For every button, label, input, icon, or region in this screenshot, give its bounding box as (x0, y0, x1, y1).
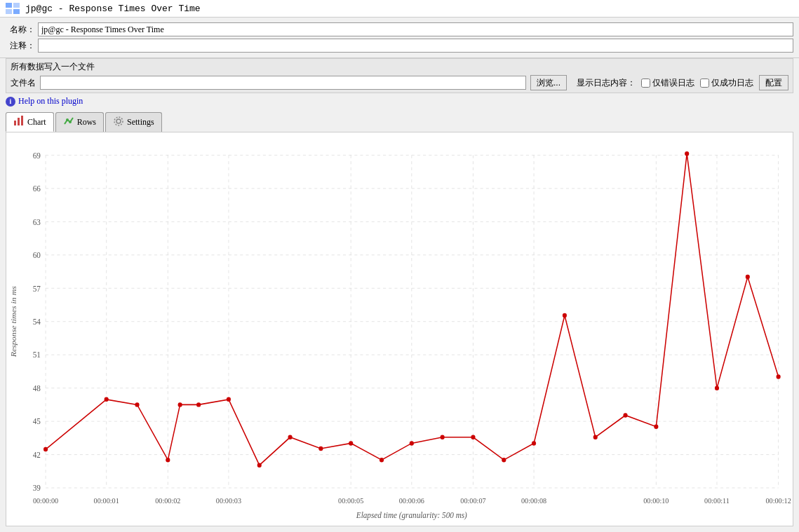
log-section: 显示日志内容： 仅错误日志 仅成功日志 配置 (577, 75, 788, 90)
svg-point-9 (116, 119, 121, 123)
svg-text:66: 66 (33, 184, 41, 193)
comment-input[interactable] (38, 39, 793, 53)
chart-svg: 39 42 45 48 51 54 57 60 63 66 69 00:00:0… (6, 132, 793, 526)
data-point (502, 458, 506, 462)
data-point (288, 435, 293, 439)
title-icon (6, 3, 20, 14)
data-point (105, 397, 109, 402)
chart-tab-label: Chart (27, 117, 46, 128)
data-point (532, 441, 536, 445)
config-button[interactable]: 配置 (759, 75, 788, 90)
data-point (135, 402, 139, 407)
svg-text:Response times in ms: Response times in ms (10, 286, 19, 358)
browse-button[interactable]: 浏览... (530, 75, 567, 90)
svg-text:63: 63 (33, 217, 41, 226)
error-log-checkbox[interactable] (641, 79, 650, 88)
data-point (685, 151, 689, 156)
svg-text:00:00:03: 00:00:03 (216, 496, 241, 504)
data-point (471, 435, 475, 439)
chart-area: jmeter-plugins.org HTTP请求 (6, 132, 793, 526)
data-point (623, 413, 627, 417)
data-point (43, 447, 48, 451)
svg-text:00:00:06: 00:00:06 (399, 496, 424, 504)
svg-text:00:00:12: 00:00:12 (766, 496, 791, 504)
svg-text:00:00:10: 00:00:10 (643, 496, 669, 504)
svg-rect-0 (6, 3, 12, 8)
svg-text:42: 42 (33, 451, 41, 459)
svg-text:54: 54 (33, 318, 41, 326)
data-point (196, 402, 201, 407)
log-display-label: 显示日志内容： (577, 77, 636, 89)
tab-settings[interactable]: Settings (105, 112, 162, 132)
error-log-label: 仅错误日志 (652, 77, 694, 89)
window-title: jp@gc - Response Times Over Time (25, 4, 201, 14)
data-point (746, 275, 750, 279)
help-icon: i (6, 97, 15, 107)
svg-rect-11 (6, 132, 793, 526)
data-point (349, 441, 353, 445)
svg-text:51: 51 (33, 350, 41, 359)
error-log-checkbox-group[interactable]: 仅错误日志 (641, 77, 694, 89)
success-log-checkbox[interactable] (700, 79, 709, 88)
data-point (654, 424, 658, 428)
data-point (441, 435, 445, 439)
settings-tab-label: Settings (127, 117, 154, 128)
file-section: 所有数据写入一个文件 文件名 浏览... 显示日志内容： 仅错误日志 仅成功日志… (6, 58, 793, 93)
svg-text:57: 57 (33, 284, 41, 292)
svg-text:00:00:01: 00:00:01 (94, 496, 119, 504)
svg-point-10 (114, 117, 123, 125)
svg-text:39: 39 (33, 484, 41, 492)
svg-text:60: 60 (33, 251, 41, 259)
svg-text:69: 69 (33, 151, 41, 159)
file-section-title: 所有数据写入一个文件 (11, 61, 788, 73)
name-label: 名称： (6, 24, 35, 36)
file-row: 文件名 浏览... 显示日志内容： 仅错误日志 仅成功日志 配置 (11, 75, 788, 90)
file-name-input[interactable] (40, 76, 526, 90)
title-bar: jp@gc - Response Times Over Time (0, 0, 799, 18)
data-point (777, 374, 781, 378)
svg-text:Elapsed time (granularity: 500: Elapsed time (granularity: 500 ms) (356, 511, 467, 520)
data-point (410, 441, 414, 445)
data-point (715, 386, 719, 390)
svg-text:00:00:11: 00:00:11 (704, 496, 730, 504)
data-point (257, 463, 262, 467)
data-point (380, 458, 384, 462)
tabs-bar: Chart Rows Settings (0, 109, 799, 132)
svg-text:00:00:00: 00:00:00 (33, 496, 58, 504)
data-point (166, 458, 170, 462)
data-point (563, 313, 567, 318)
svg-rect-1 (13, 3, 20, 8)
name-row: 名称： (6, 22, 793, 36)
rows-tab-icon (63, 116, 74, 130)
svg-rect-5 (18, 118, 20, 125)
data-point (593, 435, 598, 439)
svg-text:00:00:07: 00:00:07 (460, 496, 485, 504)
svg-point-8 (69, 121, 72, 123)
data-point (227, 397, 231, 402)
svg-text:48: 48 (33, 384, 41, 393)
svg-text:00:00:02: 00:00:02 (155, 496, 180, 504)
tab-chart[interactable]: Chart (6, 112, 54, 132)
settings-tab-icon (113, 116, 124, 130)
main-window: jp@gc - Response Times Over Time 名称： 注释：… (0, 0, 799, 532)
comment-row: 注释： (6, 39, 793, 53)
tab-rows[interactable]: Rows (55, 112, 104, 132)
file-name-label: 文件名 (11, 77, 36, 89)
name-input[interactable] (38, 22, 793, 36)
success-log-label: 仅成功日志 (711, 77, 753, 89)
form-area: 名称： 注释： (0, 18, 799, 58)
svg-rect-2 (6, 9, 12, 14)
help-row[interactable]: i Help on this plugin (0, 93, 799, 109)
chart-tab-icon (13, 115, 25, 129)
svg-rect-4 (14, 121, 16, 125)
svg-text:00:00:08: 00:00:08 (521, 496, 546, 504)
success-log-checkbox-group[interactable]: 仅成功日志 (700, 77, 753, 89)
help-text[interactable]: Help on this plugin (18, 96, 83, 107)
comment-label: 注释： (6, 40, 35, 52)
rows-tab-label: Rows (77, 117, 96, 128)
data-point (318, 446, 323, 451)
svg-point-7 (66, 118, 69, 121)
svg-rect-3 (13, 9, 20, 14)
svg-rect-6 (21, 116, 23, 125)
svg-text:00:00:05: 00:00:05 (338, 496, 363, 504)
